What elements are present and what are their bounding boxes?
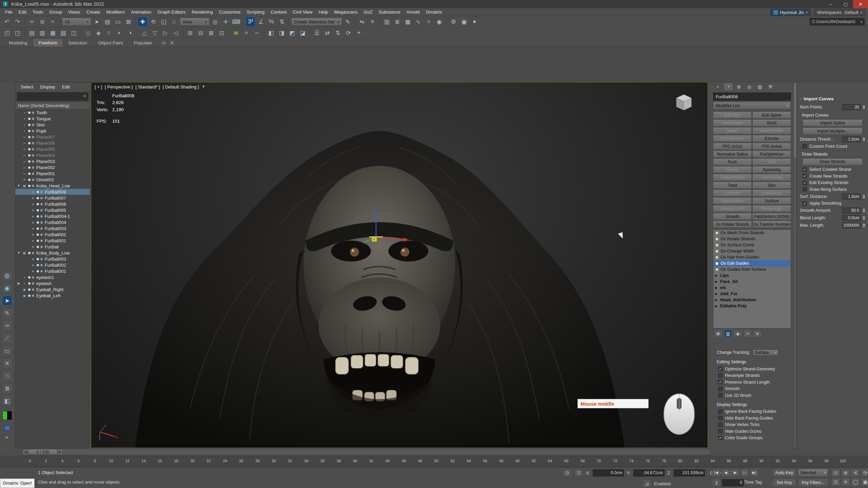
display-toggle-icon[interactable] <box>37 240 39 242</box>
display-toggle-icon[interactable] <box>28 179 31 181</box>
timeline-tick[interactable]: 38 <box>331 456 347 467</box>
go-to-start-icon[interactable]: |◀ <box>712 469 721 476</box>
render-toggle-icon[interactable] <box>32 276 34 279</box>
explorer-row[interactable]: ∗FurBall003 <box>15 225 90 231</box>
distance-threshold-spinner[interactable] <box>863 137 865 141</box>
checkbox-row[interactable]: ✓Apply Smoothing <box>797 200 868 207</box>
display-toggle-icon[interactable] <box>28 118 31 120</box>
timeline-tick[interactable]: 100 <box>835 456 851 467</box>
menu-file[interactable]: File <box>2 8 16 16</box>
menu-modifiers[interactable]: Modifiers <box>103 8 128 16</box>
timeline-tick[interactable]: 26 <box>233 456 249 467</box>
zoom-extents-all-icon[interactable]: ⊕ <box>841 469 850 477</box>
adaptive-degradation-icon[interactable]: ⊿ <box>643 480 651 488</box>
modifier-stack-row[interactable]: Ox Change Width <box>713 248 791 254</box>
menu-substance[interactable]: Substance <box>376 8 403 16</box>
go-to-end-icon[interactable]: ▶| <box>750 469 758 476</box>
max-length-spinner[interactable] <box>863 223 865 227</box>
timeline-tick[interactable]: 10 <box>103 456 119 467</box>
modifier-onoff-bulb-icon[interactable] <box>715 249 719 253</box>
expand-toggle-icon[interactable]: ▶ <box>17 282 21 285</box>
checkbox[interactable]: ✓ <box>718 380 723 384</box>
import-spline-button[interactable]: Import Spline <box>803 119 863 126</box>
display-toggle-icon[interactable] <box>28 288 31 291</box>
checkbox[interactable] <box>718 373 723 378</box>
checkbox[interactable] <box>718 416 723 420</box>
explorer-row[interactable]: ▱Plane003 <box>15 158 90 164</box>
timeline-tick[interactable]: 8 <box>87 456 103 467</box>
checkbox-row[interactable]: Ignore Back-Facing Guides <box>711 408 793 415</box>
display-toggle-icon[interactable] <box>28 252 31 254</box>
render-toggle-icon[interactable] <box>32 252 34 254</box>
time-slider-track[interactable]: ◀ 0 / 100 ▶ <box>22 449 711 455</box>
extra-tool-icon-21[interactable]: ≋ <box>231 28 241 38</box>
timeline-tick[interactable]: 44 <box>379 456 396 467</box>
render-toggle-icon[interactable] <box>32 136 34 138</box>
timeline-tick[interactable]: 48 <box>412 456 428 467</box>
extra-tool-icon-29[interactable]: ⇄ <box>322 28 332 38</box>
extra-tool-icon-12[interactable]: ◑ <box>125 28 135 38</box>
brush-icon[interactable]: ✑ <box>2 321 12 331</box>
show-end-result-icon[interactable]: ▥ <box>724 330 732 337</box>
extra-tool-icon-27[interactable]: ◪ <box>298 28 308 38</box>
pencil-icon[interactable]: ✎ <box>2 308 12 318</box>
select-by-name-icon[interactable]: ▤ <box>102 17 112 27</box>
timeline-tick[interactable]: 66 <box>558 456 574 467</box>
timeline-tick[interactable]: 98 <box>818 456 835 467</box>
checkbox-row[interactable]: Smooth <box>711 386 793 392</box>
render-toggle-icon[interactable] <box>40 270 43 272</box>
checkbox-row[interactable]: Show Vertex Ticks <box>711 422 793 428</box>
modifier-button[interactable]: Ox Transfer Normals <box>752 221 791 228</box>
zoom-region-icon[interactable]: ⊡ <box>831 478 840 486</box>
display-toggle-icon[interactable] <box>37 203 39 205</box>
explorer-row[interactable]: ▱Plane001 <box>15 170 90 177</box>
timeline-tick[interactable]: 32 <box>282 456 298 467</box>
timeline-tick[interactable]: 96 <box>802 456 818 467</box>
display-toggle-icon[interactable] <box>28 294 31 297</box>
rendered-frame-icon[interactable]: ▣ <box>459 17 469 27</box>
extra-tool-icon-17[interactable]: ⊞ <box>185 28 195 38</box>
mirror-icon[interactable]: ⇋ <box>357 17 367 27</box>
render-toggle-icon[interactable] <box>40 246 43 248</box>
display-toggle-icon[interactable] <box>28 111 31 114</box>
ribbon-tab-freeform[interactable]: Freeform <box>33 39 63 47</box>
command-panel-scrollbar[interactable] <box>793 82 797 448</box>
timeline-tick[interactable]: 70 <box>591 456 607 467</box>
modifier-button[interactable]: Extrude <box>752 135 791 142</box>
stack-expand-icon[interactable]: ▶ <box>715 298 718 302</box>
render-toggle-icon[interactable] <box>32 142 34 144</box>
object-name-field[interactable]: FurBall008 <box>713 93 791 101</box>
modifier-stack-row[interactable]: Ox Surface Comb <box>713 242 791 248</box>
modifier-stack-row[interactable]: Ox Edit Guides <box>713 260 791 266</box>
checkbox[interactable]: ✓ <box>718 436 723 440</box>
maxscript-mini-listener[interactable]: Ornatrix: Open! <box>0 479 35 488</box>
distance-threshold-field[interactable]: 1.0cm <box>842 136 861 142</box>
timeline-tick[interactable]: 24 <box>217 456 233 467</box>
layer-explorer-toggle-icon[interactable]: ≣ <box>392 17 402 27</box>
maximize-viewport-icon[interactable]: ▣ <box>861 478 868 486</box>
change-tracking-dropdown[interactable]: Surface▾ <box>753 349 778 356</box>
set-key-button[interactable]: Set Key <box>772 479 796 486</box>
key-mode-toggle-icon[interactable]: ⚷ <box>712 479 721 487</box>
explorer-row[interactable]: ∗FurBall <box>15 244 90 250</box>
explorer-row[interactable]: ▱Plane005 <box>15 146 90 152</box>
expand-arrow-icon[interactable]: ▸ <box>6 435 8 440</box>
z-coordinate-field[interactable]: 101.539cm <box>674 469 705 476</box>
modifier-onoff-bulb-icon[interactable] <box>715 256 719 259</box>
menu-graph-editors[interactable]: Graph Editors <box>154 8 189 16</box>
modifier-onoff-bulb-icon[interactable] <box>715 231 719 235</box>
orbit-icon[interactable]: ⟳ <box>861 469 868 477</box>
ribbon-config-icon[interactable]: ▭ <box>161 40 167 46</box>
timeline-tick[interactable]: 90 <box>753 456 770 467</box>
render-toggle-icon[interactable] <box>32 148 34 150</box>
time-slider-handle[interactable]: 0 / 100 <box>28 449 57 455</box>
modifier-onoff-bulb-icon[interactable] <box>715 237 719 241</box>
display-tab-icon[interactable]: ▥ <box>755 83 764 90</box>
checkbox-row[interactable]: ✓Edit Existing Strands <box>797 180 868 186</box>
isolate-selection-icon[interactable]: ⊙ <box>563 469 572 477</box>
explorer-row[interactable]: ▱Plane004 <box>15 152 90 158</box>
palette-icon[interactable]: ◧ <box>2 396 12 406</box>
render-toggle-icon[interactable] <box>32 160 34 163</box>
timeline-tick[interactable]: 92 <box>770 456 786 467</box>
explorer-row[interactable]: ▪Pupil <box>15 128 90 134</box>
